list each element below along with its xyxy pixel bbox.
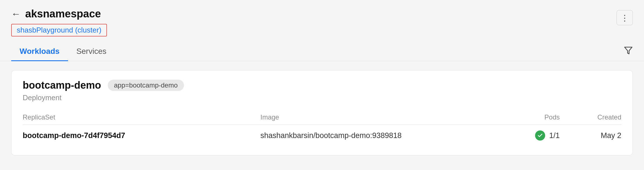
cell-replicaset: bootcamp-demo-7d4f7954d7: [23, 131, 260, 140]
tab-workloads[interactable]: Workloads: [11, 42, 68, 61]
cell-image: shashankbarsin/bootcamp-demo:9389818: [260, 131, 498, 140]
tabs: Workloads Services: [11, 42, 115, 61]
tab-services[interactable]: Services: [68, 42, 115, 61]
table-row: bootcamp-demo-7d4f7954d7 shashankbarsin/…: [23, 125, 621, 146]
page-container: ← aksnamespace shasbPlayground (cluster)…: [0, 0, 644, 170]
header-left: ← aksnamespace shasbPlayground (cluster): [11, 8, 107, 36]
more-menu-button[interactable]: ⋮: [617, 10, 633, 25]
cell-pods: 1/1: [498, 130, 560, 141]
header: ← aksnamespace shasbPlayground (cluster)…: [0, 0, 644, 36]
pods-status-icon: [535, 130, 545, 141]
col-header-replicaset: ReplicaSet: [23, 113, 260, 121]
page-title: aksnamespace: [25, 8, 101, 20]
tabs-row: Workloads Services: [0, 42, 644, 61]
col-header-created: Created: [560, 113, 621, 121]
title-row: ← aksnamespace: [11, 8, 107, 20]
pods-count: 1/1: [549, 131, 560, 140]
col-header-image: Image: [260, 113, 498, 121]
cluster-badge[interactable]: shasbPlayground (cluster): [11, 24, 107, 36]
deployment-type: Deployment: [23, 93, 621, 102]
filter-button[interactable]: [624, 46, 633, 57]
content: bootcamp-demo app=bootcamp-demo Deployme…: [0, 61, 644, 170]
col-header-pods: Pods: [498, 113, 560, 121]
deployment-card: bootcamp-demo app=bootcamp-demo Deployme…: [11, 70, 633, 155]
table-header: ReplicaSet Image Pods Created: [23, 110, 621, 125]
deployment-name: bootcamp-demo: [23, 79, 101, 91]
back-button[interactable]: ←: [11, 8, 21, 19]
card-header: bootcamp-demo app=bootcamp-demo: [23, 79, 621, 91]
header-right: ⋮: [617, 8, 633, 25]
cell-created: May 2: [560, 131, 621, 140]
app-label-badge: app=bootcamp-demo: [108, 80, 184, 91]
svg-marker-0: [625, 47, 632, 54]
